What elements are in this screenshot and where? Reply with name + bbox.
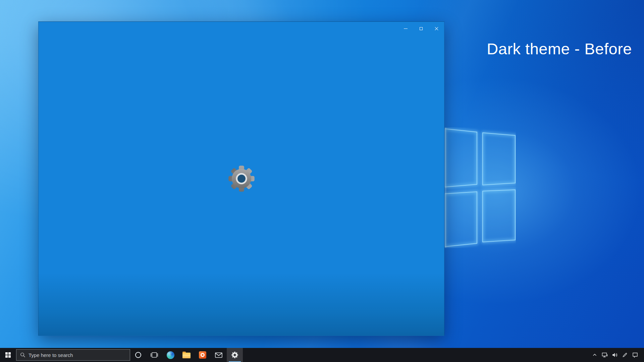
taskbar-settings-button[interactable] xyxy=(227,348,243,362)
search-input[interactable]: Type here to search xyxy=(16,349,130,361)
file-explorer-icon xyxy=(182,353,191,358)
pen-icon xyxy=(622,352,628,358)
titlebar[interactable] xyxy=(39,22,444,35)
overlay-caption: Dark theme - Before xyxy=(487,40,632,58)
tray-action-center-button[interactable] xyxy=(630,348,640,362)
windows-start-icon xyxy=(5,352,11,358)
tray-windows-ink-button[interactable] xyxy=(620,348,630,362)
minimize-button[interactable] xyxy=(398,22,413,35)
close-icon xyxy=(434,26,439,31)
edge-browser-icon xyxy=(167,351,174,359)
taskbar-cortana-button[interactable] xyxy=(130,348,146,362)
taskbar-task-view-button[interactable] xyxy=(146,348,162,362)
settings-window xyxy=(38,21,444,336)
taskbar-office-button[interactable] xyxy=(195,348,211,362)
office-icon xyxy=(199,351,206,359)
search-icon xyxy=(20,352,25,358)
tray-network-button[interactable] xyxy=(600,348,610,362)
tray-hidden-icons-button[interactable] xyxy=(590,348,600,362)
settings-gear-icon xyxy=(231,351,238,359)
maximize-button[interactable] xyxy=(413,22,429,35)
taskbar-mail-button[interactable] xyxy=(211,348,227,362)
minimize-icon xyxy=(404,28,408,29)
action-center-icon xyxy=(632,352,638,358)
maximize-icon xyxy=(420,27,423,30)
close-button[interactable] xyxy=(429,22,444,35)
settings-gear-splash-icon xyxy=(227,164,256,193)
network-icon xyxy=(602,352,608,358)
tray-volume-button[interactable] xyxy=(610,348,620,362)
start-button[interactable] xyxy=(0,348,16,362)
desktop: Dark theme - Before xyxy=(0,0,644,362)
task-view-icon xyxy=(150,352,158,358)
windows-wallpaper-logo-icon xyxy=(445,127,516,248)
taskbar-edge-button[interactable] xyxy=(162,348,178,362)
chevron-up-icon xyxy=(593,354,597,356)
cortana-icon xyxy=(135,352,141,358)
taskbar-file-explorer-button[interactable] xyxy=(178,348,195,362)
mail-icon xyxy=(215,352,222,358)
settings-splash xyxy=(39,22,444,336)
taskbar: Type here to search xyxy=(0,348,644,362)
volume-icon xyxy=(612,352,618,358)
system-tray xyxy=(590,348,644,362)
search-placeholder: Type here to search xyxy=(29,352,73,358)
